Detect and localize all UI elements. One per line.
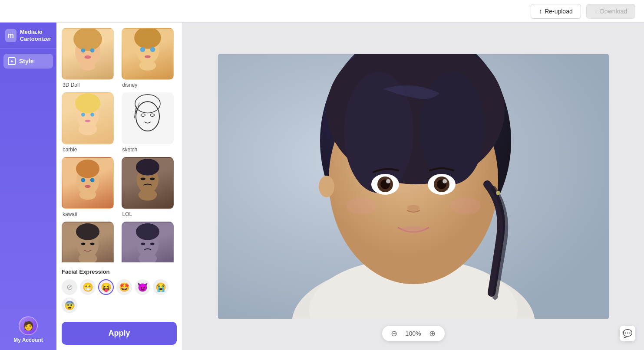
svg-point-14 [81,113,85,117]
svg-point-38 [81,242,86,245]
svg-point-44 [150,242,154,245]
style-thumb-disney [122,28,174,80]
zoom-out-icon: ⊖ [391,329,397,338]
expression-devil[interactable]: 😈 [135,279,150,295]
style-thumb-lol [122,157,174,209]
svg-point-5 [80,62,96,70]
svg-point-33 [140,177,145,180]
facial-expression-section: Facial Expression ⊘ 😁 😝 🤩 😈 😭 😨 [62,262,177,317]
style-thumb-barbie [62,92,114,144]
expression-shock[interactable]: 😨 [62,298,77,313]
svg-point-18 [135,101,159,131]
svg-point-2 [81,48,86,52]
svg-point-16 [85,120,91,122]
facial-expression-title: Facial Expression [62,268,177,275]
svg-point-39 [90,242,95,245]
expression-stars[interactable]: 🤩 [116,279,132,295]
style-thumb-3ddoll [62,28,114,80]
svg-point-34 [149,177,155,180]
style-item-kawaii[interactable]: kawaii [62,157,117,217]
expression-tongue[interactable]: 😝 [98,279,114,295]
svg-point-17 [79,124,97,135]
style-item-barbie[interactable]: barbie [62,92,117,153]
zoom-level: 100% [405,330,422,337]
svg-point-29 [85,185,91,188]
svg-point-37 [76,223,99,240]
svg-point-7 [134,28,161,49]
zoom-controls: ⊖ 100% ⊕ [382,326,445,341]
zoom-in-icon: ⊕ [429,329,436,338]
style-grid: 3D Doll disney [62,28,177,262]
svg-point-43 [141,242,145,245]
svg-point-61 [443,179,447,183]
svg-point-8 [140,47,145,52]
svg-point-1 [73,28,102,51]
main-image [218,54,609,319]
sidebar: m Media.io Cartoonizer ✦ Style 🧑 My Acco… [0,23,56,350]
svg-point-32 [135,159,159,176]
svg-point-57 [386,179,390,183]
svg-point-35 [138,189,157,201]
svg-point-11 [139,60,156,70]
svg-point-53 [420,72,485,184]
svg-point-23 [141,114,145,116]
svg-point-42 [135,223,159,240]
download-button[interactable]: ↓ Download [586,4,635,19]
feedback-button[interactable]: 💬 [620,326,635,341]
svg-point-66 [346,197,376,215]
download-icon: ↓ [594,8,598,15]
style-thumb-style8 [122,222,174,262]
style-panel: 3D Doll disney [56,23,182,350]
style-label-disney: disney [122,82,138,88]
style-label-sketch: sketch [122,147,138,153]
svg-point-13 [75,93,100,113]
canvas-area: ⊖ 100% ⊕ 💬 [182,23,644,350]
svg-point-4 [84,56,91,59]
main-layout: m Media.io Cartoonizer ✦ Style 🧑 My Acco… [0,23,644,350]
svg-point-3 [90,48,95,52]
style-item-sketch[interactable]: sketch [122,92,177,153]
topbar: ↑ Re-upload ↓ Download [0,0,644,23]
svg-point-64 [319,176,334,197]
style-label-3ddoll: 3D Doll [63,82,79,88]
svg-point-26 [76,160,99,178]
photo-svg [218,54,609,319]
style-label-kawaii: kawaii [63,211,77,217]
expression-cry[interactable]: 😭 [153,279,168,295]
reupload-button[interactable]: ↑ Re-upload [531,4,581,19]
style-item-style7[interactable] [62,222,117,262]
svg-point-67 [450,197,481,215]
svg-point-15 [90,113,94,117]
svg-point-27 [81,178,86,182]
svg-point-28 [90,178,95,182]
logo-icon: m [5,29,17,42]
style-thumb-kawaii [62,157,114,209]
apply-button[interactable]: Apply [62,322,177,345]
zoom-in-button[interactable]: ⊕ [427,328,438,339]
expression-emojis: ⊘ 😁 😝 🤩 😈 😭 😨 [62,279,177,313]
style-thumb-sketch [122,92,174,144]
zoom-out-button[interactable]: ⊖ [389,328,400,339]
style-item-style8[interactable] [122,222,177,262]
style-thumb-style7 [62,222,114,262]
svg-point-30 [79,190,96,200]
sidebar-account[interactable]: 🧑 My Account [13,309,43,350]
style-label-barbie: barbie [63,147,77,153]
style-item-disney[interactable]: disney [122,28,177,88]
sidebar-item-style[interactable]: ✦ Style [3,54,53,69]
feedback-icon: 💬 [623,329,632,338]
svg-point-24 [150,114,154,116]
svg-point-9 [150,47,155,52]
style-icon: ✦ [8,57,16,65]
expression-grin[interactable]: 😁 [80,279,96,295]
upload-icon: ↑ [539,8,542,15]
style-item-3ddoll[interactable]: 3D Doll [62,28,117,88]
logo-text: Media.io Cartoonizer [20,29,51,42]
avatar: 🧑 [19,316,38,335]
expression-none[interactable]: ⊘ [62,279,77,295]
style-label-lol: LOL [122,211,132,217]
app-logo: m Media.io Cartoonizer [0,23,56,49]
style-item-lol[interactable]: LOL [122,157,177,217]
svg-point-62 [407,205,419,212]
svg-point-65 [496,191,500,195]
